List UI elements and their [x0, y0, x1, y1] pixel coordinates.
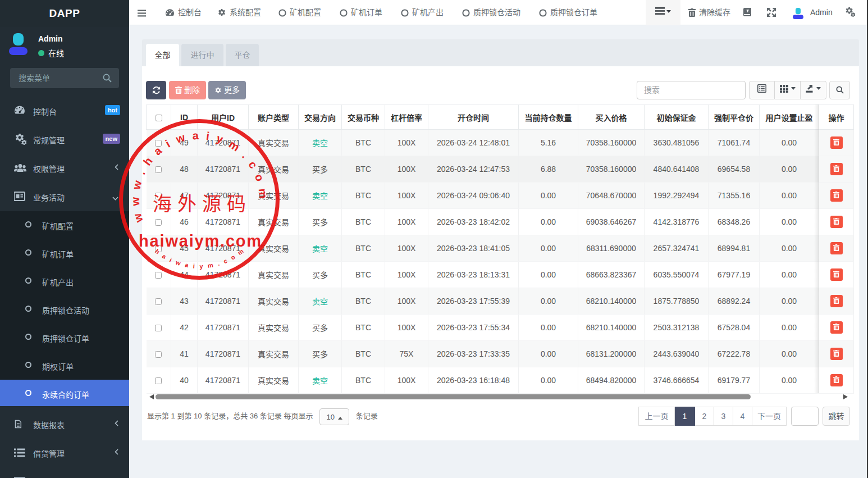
- svg-text:海外源码: 海外源码: [153, 194, 252, 215]
- svg-text:haiwaiym.com: haiwaiym.com: [139, 232, 262, 250]
- svg-text:haiwaiym.com: haiwaiym.com: [154, 248, 245, 270]
